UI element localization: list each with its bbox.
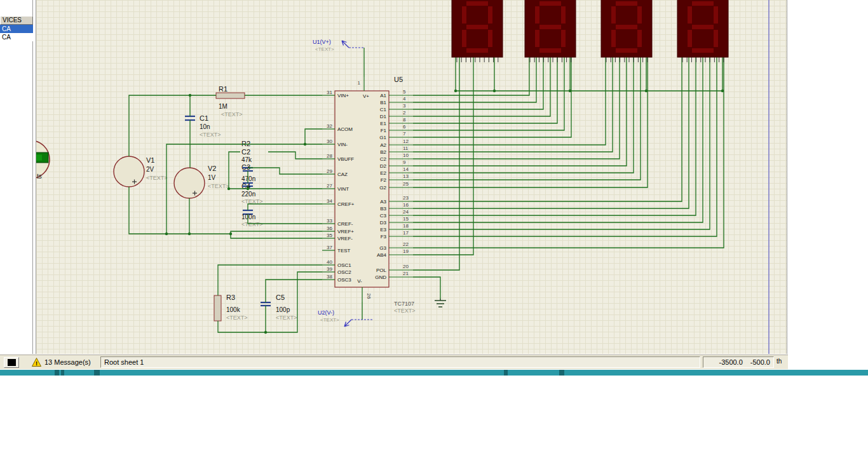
segment-c bbox=[714, 30, 718, 47]
messages-indicator[interactable]: ! 13 Message(s) bbox=[32, 357, 91, 367]
pin-number: 20 bbox=[403, 264, 409, 269]
pin-number: 4 bbox=[403, 96, 406, 102]
component-ref: V2 bbox=[208, 165, 216, 172]
pin-name: B1 bbox=[380, 100, 386, 105]
pin-name: VBUFF bbox=[337, 156, 354, 162]
seven-seg-display-1[interactable] bbox=[452, 0, 503, 62]
pin-number: 7 bbox=[403, 131, 406, 137]
pin-number: 3 bbox=[403, 103, 406, 109]
pin-name: E2 bbox=[380, 170, 386, 176]
warning-icon: ! bbox=[32, 358, 41, 367]
pin-name: D1 bbox=[380, 114, 387, 119]
stop-icon bbox=[8, 359, 16, 366]
pin-name: D2 bbox=[380, 163, 387, 169]
devices-panel: VICES CACA bbox=[0, 0, 33, 354]
junction-dot bbox=[569, 90, 571, 92]
pin-name: F2 bbox=[381, 177, 387, 183]
component-V2[interactable]: V21V<TEXT> bbox=[174, 165, 229, 198]
power-arrow-icon bbox=[344, 320, 351, 327]
seven-seg-display-4[interactable] bbox=[677, 0, 728, 62]
coord-x: -3500.0 bbox=[719, 358, 742, 366]
segment-g bbox=[539, 25, 561, 29]
segment-a bbox=[616, 1, 637, 6]
component-V1[interactable]: V12V<TEXT> bbox=[114, 156, 168, 187]
component-placeholder: <TEXT> bbox=[208, 183, 229, 189]
pin-number: 35 bbox=[327, 233, 332, 238]
segment-b bbox=[488, 6, 492, 24]
power-terminal-vplus[interactable]: U1(V+)<TEXT> bbox=[313, 39, 364, 52]
cluster-label: C2 bbox=[241, 148, 250, 156]
device-item[interactable]: CA bbox=[0, 25, 33, 33]
segment-c bbox=[561, 30, 566, 47]
segment-f bbox=[611, 6, 616, 24]
pin-number: 22 bbox=[403, 241, 409, 247]
component-cap-cluster[interactable]: R2C247kC3470nC4220n<TEXT>100n<TEXT> bbox=[241, 140, 263, 227]
junction-dot bbox=[721, 90, 724, 92]
junction-dot bbox=[247, 187, 249, 190]
wire bbox=[229, 152, 240, 189]
seven-seg-display-3[interactable] bbox=[601, 0, 652, 62]
coord-units: th bbox=[776, 358, 782, 365]
segment-b bbox=[714, 6, 718, 24]
pin-name: GND bbox=[375, 274, 386, 280]
pin-number: 6 bbox=[403, 124, 406, 130]
pin-name: CAZ bbox=[337, 172, 348, 177]
svg-text:!: ! bbox=[36, 360, 37, 367]
resistor-body bbox=[214, 295, 221, 321]
junction-dot bbox=[264, 331, 267, 334]
canvas-right-edge bbox=[787, 0, 787, 354]
pin-name: A3 bbox=[380, 199, 386, 205]
pin-number: 29 bbox=[327, 168, 332, 174]
pin-name: A2 bbox=[380, 142, 386, 148]
junction-dots bbox=[165, 90, 724, 334]
segment-g bbox=[692, 25, 714, 29]
taskbar-strip[interactable] bbox=[0, 370, 868, 376]
component-value: 100k bbox=[226, 306, 241, 313]
panel-divider bbox=[36, 0, 36, 354]
pin-name: OSC2 bbox=[337, 269, 351, 275]
schematic-canvas[interactable]: ts31VIN+32ACOM30VIN-28VBUFF29CAZ27VINT34… bbox=[36, 0, 787, 354]
taskbar-mark bbox=[94, 370, 100, 376]
junction-dot bbox=[227, 187, 230, 190]
cluster-label: 100n bbox=[241, 213, 255, 220]
component-value: 10n bbox=[200, 123, 210, 130]
pin-name: V+ bbox=[363, 93, 369, 99]
segment-d bbox=[539, 48, 561, 53]
pin-name: A1 bbox=[380, 93, 386, 98]
component-R1[interactable]: R11M<TEXT> bbox=[216, 85, 245, 118]
pin-number: 13 bbox=[403, 173, 409, 179]
pin-name: VIN- bbox=[337, 142, 348, 147]
stop-button[interactable] bbox=[4, 357, 19, 368]
chip-part: TC7107 bbox=[394, 301, 414, 307]
pin-number: 24 bbox=[403, 209, 409, 215]
segment-wire bbox=[413, 57, 641, 180]
junction-dot bbox=[188, 233, 191, 235]
chip-U5[interactable]: 31VIN+32ACOM30VIN-28VBUFF29CAZ27VINT34CR… bbox=[322, 76, 416, 314]
pin-name: ACOM bbox=[337, 126, 353, 132]
cluster-label: <TEXT> bbox=[241, 221, 263, 227]
device-list[interactable]: CACA bbox=[0, 25, 33, 41]
pin-number: 19 bbox=[403, 248, 409, 254]
taskbar-mark bbox=[559, 370, 564, 376]
partial-voltmeter[interactable]: ts bbox=[36, 140, 50, 180]
device-item[interactable]: CA bbox=[0, 33, 33, 41]
wire bbox=[248, 204, 322, 210]
segment-e bbox=[611, 30, 616, 47]
pin-A1[interactable]: 5A1 bbox=[380, 89, 413, 98]
schematic-svg[interactable]: ts31VIN+32ACOM30VIN-28VBUFF29CAZ27VINT34… bbox=[36, 0, 787, 354]
segment-f bbox=[688, 6, 692, 24]
seven-seg-display-2[interactable] bbox=[525, 0, 576, 62]
junction-dot bbox=[229, 233, 232, 235]
pin-name: E3 bbox=[380, 227, 386, 233]
segment-wire bbox=[413, 57, 620, 159]
junction-dot bbox=[304, 143, 306, 146]
pin-name: G1 bbox=[379, 135, 386, 140]
coordinates-display: -3500.0 -500.0 bbox=[703, 356, 774, 368]
pin-number: 37 bbox=[327, 245, 332, 250]
segment-b bbox=[561, 6, 566, 24]
component-R3[interactable]: R3100k<TEXT> bbox=[214, 294, 248, 321]
power-terminal-vminus[interactable]: U2(V-)<TEXT> bbox=[318, 309, 372, 327]
displays[interactable] bbox=[452, 0, 728, 62]
segment-wire bbox=[413, 57, 634, 173]
pin-name: E1 bbox=[380, 121, 386, 126]
